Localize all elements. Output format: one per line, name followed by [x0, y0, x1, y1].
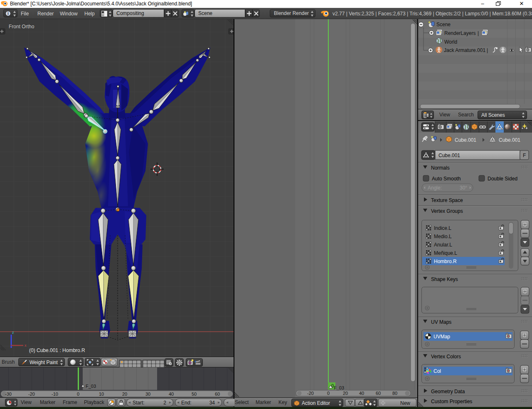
svg-text:20: 20 — [122, 392, 127, 397]
svg-text:Shape Keys: Shape Keys — [431, 276, 458, 282]
svg-text:Front Ortho: Front Ortho — [9, 24, 34, 30]
svg-text:i: i — [7, 11, 9, 16]
svg-text:0: 0 — [327, 391, 330, 396]
svg-text:|: | — [478, 30, 479, 36]
svg-text:-30: -30 — [5, 392, 12, 397]
svg-text:Col: Col — [433, 368, 441, 374]
svg-text:50: 50 — [192, 392, 197, 397]
svg-text:Scene: Scene — [436, 22, 451, 27]
svg-text:Auto Smooth: Auto Smooth — [432, 176, 461, 182]
svg-text:80: 80 — [392, 391, 397, 396]
svg-text:Custom Properties: Custom Properties — [431, 399, 472, 404]
svg-text:F_03: F_03 — [86, 384, 96, 389]
svg-text:Cube.001: Cube.001 — [455, 137, 476, 143]
svg-text:30°: 30° — [460, 185, 467, 191]
svg-text:RenderLayers: RenderLayers — [444, 30, 475, 36]
svg-text:World: World — [444, 39, 457, 45]
svg-text:x: x — [25, 343, 27, 347]
svg-text:Texture Space: Texture Space — [431, 197, 463, 203]
svg-text:-20: -20 — [28, 392, 35, 397]
svg-text:Hombro.R: Hombro.R — [434, 259, 457, 264]
svg-text:Double Sided: Double Sided — [488, 176, 517, 182]
svg-text:-20: -20 — [307, 391, 314, 396]
svg-text:Anular.L: Anular.L — [434, 242, 452, 248]
svg-text:60: 60 — [376, 391, 381, 396]
svg-text:Normals: Normals — [431, 165, 450, 171]
svg-text:Medio.L: Medio.L — [434, 234, 452, 239]
svg-text:Vertex Groups: Vertex Groups — [431, 208, 463, 214]
svg-text:40: 40 — [359, 391, 364, 396]
svg-text:Cube.001: Cube.001 — [499, 137, 520, 143]
svg-text:30: 30 — [145, 392, 150, 397]
svg-text:Cube.001: Cube.001 — [438, 153, 460, 158]
svg-text:-10: -10 — [52, 392, 58, 397]
svg-text:60: 60 — [215, 392, 220, 397]
svg-text:10: 10 — [99, 392, 104, 397]
svg-text:Angle:: Angle: — [428, 185, 442, 191]
svg-text:20: 20 — [343, 391, 348, 396]
svg-text:UV Maps: UV Maps — [431, 319, 451, 325]
svg-text:|: | — [487, 47, 488, 53]
svg-text:Geometry Data: Geometry Data — [431, 389, 465, 394]
svg-text:UVMap: UVMap — [433, 334, 450, 340]
svg-text:z: z — [12, 330, 14, 335]
svg-text:0: 0 — [77, 392, 79, 397]
svg-text:Indice.L: Indice.L — [434, 225, 451, 231]
svg-text:F_03: F_03 — [334, 385, 344, 390]
svg-text:Vertex Colors: Vertex Colors — [431, 354, 461, 360]
svg-text:Meñique.L: Meñique.L — [434, 250, 457, 256]
svg-text:Jack Armature.001: Jack Armature.001 — [444, 47, 485, 53]
svg-text:(0) Cube.001 : Hombro.R: (0) Cube.001 : Hombro.R — [29, 347, 85, 353]
svg-text:40: 40 — [169, 392, 174, 397]
svg-text:F: F — [523, 153, 526, 158]
